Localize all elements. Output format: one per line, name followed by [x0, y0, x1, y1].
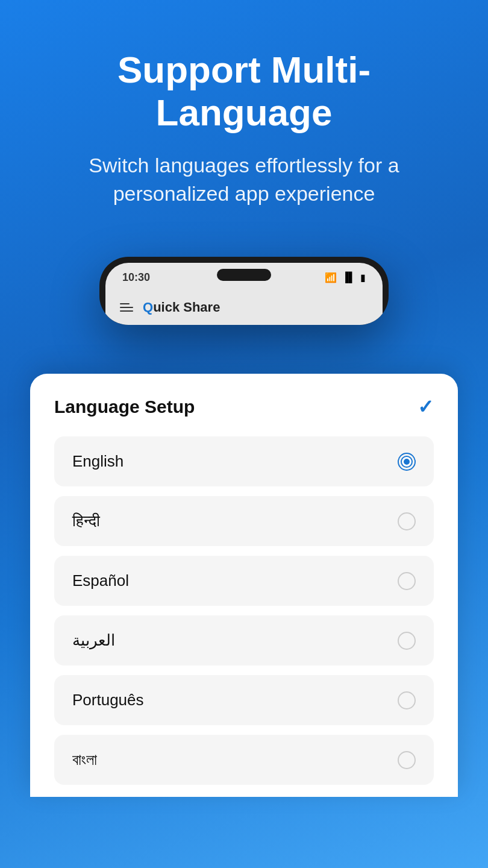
status-icons: 📶 ▐▌ ▮: [325, 272, 366, 283]
confirm-checkmark-icon[interactable]: ✓: [418, 395, 434, 418]
app-title: Quick Share: [143, 300, 220, 315]
language-name-spanish: Español: [72, 571, 129, 590]
app-bar: Quick Share: [105, 290, 383, 325]
language-item-bengali[interactable]: বাংলা: [54, 735, 434, 785]
language-item-english[interactable]: English: [54, 436, 434, 486]
language-name-hindi: हिन्दी: [72, 512, 100, 530]
dynamic-island: [217, 269, 271, 281]
app-title-rest: uick Share: [153, 300, 220, 315]
language-item-hindi[interactable]: हिन्दी: [54, 496, 434, 546]
language-name-arabic: العربية: [72, 631, 115, 650]
language-item-spanish[interactable]: Español: [54, 556, 434, 606]
radio-button-spanish[interactable]: [398, 572, 416, 590]
radio-button-portuguese[interactable]: [398, 691, 416, 709]
status-bar: 10:30 📶 ▐▌ ▮: [105, 263, 383, 290]
wifi-icon: 📶: [325, 272, 337, 283]
hamburger-line-2: [120, 307, 133, 308]
modal-title: Language Setup: [54, 397, 195, 417]
phone-container: 10:30 📶 ▐▌ ▮ Quick Share: [0, 257, 488, 325]
radio-button-english[interactable]: [398, 453, 416, 471]
language-name-english: English: [72, 452, 124, 471]
language-item-portuguese[interactable]: Português: [54, 675, 434, 725]
language-name-portuguese: Português: [72, 691, 144, 709]
radio-button-hindi[interactable]: [398, 512, 416, 530]
status-time: 10:30: [122, 271, 150, 284]
language-modal: Language Setup ✓ English हिन्दी Español …: [30, 374, 458, 797]
language-name-bengali: বাংলা: [72, 750, 97, 769]
main-title: Support Multi-Language: [36, 48, 452, 134]
app-title-q: Q: [143, 300, 153, 315]
language-list: English हिन्दी Español العربية Português: [54, 436, 434, 797]
battery-icon: ▮: [360, 272, 366, 283]
subtitle: Switch languages effortlessly for a pers…: [36, 151, 452, 209]
hamburger-line-1: [120, 303, 130, 304]
radio-button-bengali[interactable]: [398, 751, 416, 769]
radio-button-arabic[interactable]: [398, 632, 416, 650]
signal-icon: ▐▌: [342, 272, 355, 283]
language-item-arabic[interactable]: العربية: [54, 615, 434, 665]
modal-header: Language Setup ✓: [54, 395, 434, 418]
hamburger-line-3: [120, 310, 133, 312]
header-section: Support Multi-Language Switch languages …: [0, 0, 488, 233]
hamburger-icon[interactable]: [120, 303, 133, 312]
phone-mockup: 10:30 📶 ▐▌ ▮ Quick Share: [99, 257, 389, 325]
radio-inner-english: [402, 457, 411, 467]
